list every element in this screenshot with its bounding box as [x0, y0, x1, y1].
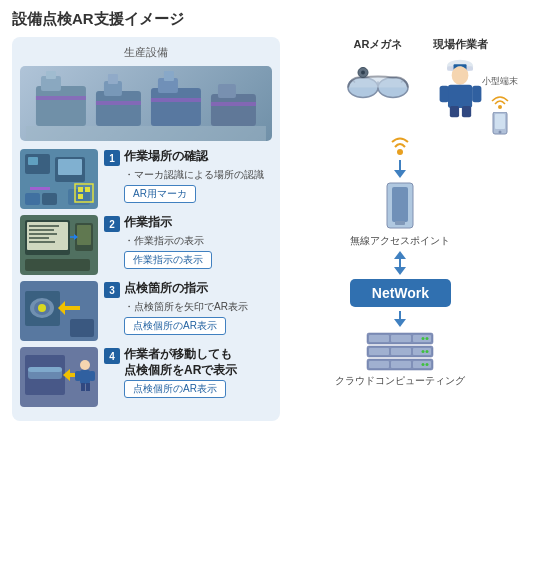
step-btn-2[interactable]: 作業指示の表示 — [124, 251, 212, 269]
step-content-1: 1 作業場所の確認 ・マーカ認識による場所の認識 AR用マーカ — [104, 149, 272, 203]
step-row-3: 3 点検箇所の指示 ・点検箇所を矢印でAR表示 点検個所のAR表示 — [20, 281, 272, 341]
svg-rect-32 — [29, 225, 59, 227]
step-content-3: 3 点検箇所の指示 ・点検箇所を矢印でAR表示 点検個所のAR表示 — [104, 281, 272, 335]
worker-icon: NS — [433, 55, 488, 120]
step-title-3: 3 点検箇所の指示 — [104, 281, 272, 298]
bidir-arrow — [394, 251, 406, 275]
step-row-2: 2 作業指示 ・作業指示の表示 作業指示の表示 — [20, 215, 272, 275]
svg-rect-6 — [151, 88, 201, 126]
left-panel: 生産設備 — [12, 37, 280, 421]
svg-rect-20 — [58, 159, 82, 175]
svg-point-99 — [422, 337, 425, 340]
step-heading-1: 作業場所の確認 — [124, 149, 208, 165]
svg-rect-81 — [495, 114, 505, 129]
arrow-down — [394, 267, 406, 275]
svg-rect-36 — [29, 241, 55, 243]
svg-rect-13 — [151, 98, 201, 102]
svg-rect-38 — [77, 225, 91, 245]
svg-rect-93 — [391, 348, 411, 355]
step-title-4: 4 作業者が移動しても点検個所をARで表示 — [104, 347, 272, 378]
step-num-1: 1 — [104, 150, 120, 166]
svg-rect-89 — [391, 335, 411, 342]
svg-point-101 — [422, 350, 425, 353]
svg-rect-63 — [86, 383, 90, 391]
step-content-2: 2 作業指示 ・作業指示の表示 作業指示の表示 — [104, 215, 272, 269]
svg-rect-8 — [164, 71, 174, 81]
svg-rect-62 — [81, 383, 85, 391]
svg-point-104 — [426, 363, 429, 366]
small-device-icon — [492, 112, 508, 136]
arrow-up — [394, 251, 406, 259]
step-num-3: 3 — [104, 282, 120, 298]
svg-rect-3 — [96, 91, 141, 126]
svg-point-82 — [498, 131, 501, 134]
flow-arrow-2 — [394, 319, 406, 327]
svg-point-100 — [426, 337, 429, 340]
wifi-signal-icon — [489, 90, 511, 112]
step-btn-1[interactable]: AR用マーカ — [124, 185, 196, 203]
svg-rect-76 — [472, 86, 481, 103]
step-btn-4[interactable]: 点検個所のAR表示 — [124, 380, 226, 398]
step-title-1: 1 作業場所の確認 — [104, 149, 272, 166]
page-title: 設備点検AR支援イメージ — [12, 10, 533, 29]
step-desc-1: ・マーカ認識による場所の認識 — [104, 168, 272, 182]
svg-rect-5 — [108, 74, 118, 84]
worker-section: 現場作業者 NS — [433, 37, 488, 122]
step-thumb-1 — [20, 149, 98, 209]
flow-arrow-1 — [394, 170, 406, 178]
step-heading-4: 作業者が移動しても点検個所をARで表示 — [124, 347, 237, 378]
svg-rect-97 — [391, 361, 411, 368]
svg-rect-21 — [30, 187, 50, 190]
ar-glasses-section: ARメガネ — [343, 37, 413, 122]
ar-header: ARメガネ — [298, 37, 533, 122]
ap-label: 無線アクセスポイント — [350, 234, 450, 248]
step-content-4: 4 作業者が移動しても点検個所をARで表示 点検個所のAR表示 — [104, 347, 272, 398]
svg-point-79 — [498, 105, 502, 109]
svg-rect-2 — [46, 71, 56, 79]
svg-rect-41 — [25, 259, 90, 271]
svg-point-102 — [426, 350, 429, 353]
svg-rect-75 — [440, 86, 449, 103]
svg-rect-86 — [395, 221, 405, 225]
svg-rect-49 — [70, 319, 94, 337]
svg-rect-92 — [369, 348, 389, 355]
svg-point-103 — [422, 363, 425, 366]
svg-rect-18 — [28, 157, 38, 165]
svg-rect-74 — [448, 85, 472, 108]
svg-rect-85 — [392, 187, 408, 222]
small-device-label: 小型端末 — [482, 75, 518, 88]
factory-label: 生産設備 — [20, 45, 272, 60]
cloud-servers-icon — [365, 331, 435, 371]
access-point-icon — [381, 181, 419, 233]
step-btn-3[interactable]: 点検個所のAR表示 — [124, 317, 226, 335]
step-desc-3: ・点検箇所を矢印でAR表示 — [104, 300, 272, 314]
step-row-1: 1 作業場所の確認 ・マーカ認識による場所の認識 AR用マーカ — [20, 149, 272, 209]
svg-rect-88 — [369, 335, 389, 342]
svg-point-73 — [452, 66, 469, 85]
factory-image — [20, 66, 272, 141]
svg-rect-96 — [369, 361, 389, 368]
step-title-2: 2 作業指示 — [104, 215, 272, 232]
svg-rect-14 — [211, 102, 256, 106]
svg-rect-60 — [75, 371, 81, 381]
svg-point-48 — [38, 304, 46, 312]
wifi-down-icon — [384, 132, 416, 160]
step-thumb-4 — [20, 347, 98, 407]
cloud-label: クラウドコンピューティング — [335, 374, 465, 388]
ar-glasses-label: ARメガネ — [354, 37, 403, 52]
step-thumb-3 — [20, 281, 98, 341]
svg-point-68 — [361, 71, 365, 75]
step-num-4: 4 — [104, 348, 120, 364]
svg-rect-15 — [26, 126, 266, 141]
svg-rect-26 — [78, 187, 83, 192]
svg-rect-22 — [25, 193, 40, 205]
svg-rect-33 — [29, 229, 54, 231]
step-thumb-2 — [20, 215, 98, 275]
svg-rect-55 — [28, 367, 62, 372]
right-panel: ARメガネ — [280, 37, 533, 421]
step-heading-3: 点検箇所の指示 — [124, 281, 208, 297]
step-desc-2: ・作業指示の表示 — [104, 234, 272, 248]
svg-point-83 — [397, 149, 403, 155]
network-box: NetWork — [350, 279, 451, 307]
svg-rect-0 — [36, 86, 86, 126]
